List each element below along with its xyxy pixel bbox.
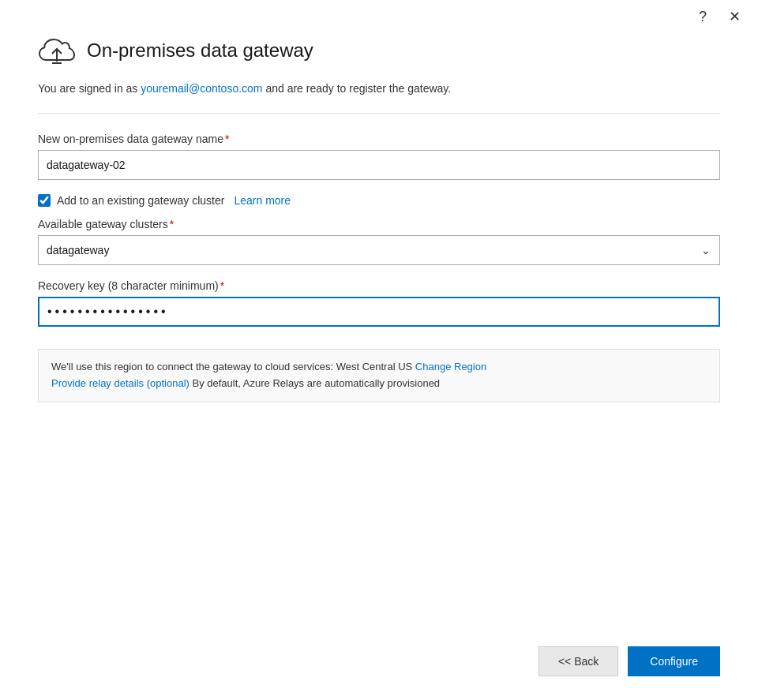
recovery-required-star: * [220,279,224,292]
relay-text: By default, Azure Relays are automatical… [190,377,440,389]
divider [38,113,720,114]
info-text-before: We'll use this region to connect the gat… [51,361,415,372]
checkbox-label: Add to an existing gateway cluster [57,194,224,207]
recovery-key-group: Recovery key (8 character minimum)* [38,279,720,327]
gateway-name-input[interactable] [38,150,720,180]
dialog-header: On-premises data gateway [38,33,720,68]
close-button[interactable]: ✕ [724,8,745,25]
cluster-select[interactable]: datagateway [38,235,720,265]
relay-details-link[interactable]: Provide relay details (optional) [51,377,190,389]
signed-in-text-before: You are signed in as [38,82,141,95]
help-button[interactable]: ? [694,8,711,25]
back-button[interactable]: << Back [538,646,618,676]
gateway-name-group: New on-premises data gateway name* [38,133,720,180]
email-link[interactable]: youremail@contoso.com [141,82,262,95]
cluster-required-star: * [170,218,174,230]
signed-in-description: You are signed in as youremail@contoso.c… [38,80,720,97]
recovery-key-input[interactable] [38,297,720,327]
signed-in-text-after: and are ready to register the gateway. [263,82,452,95]
dialog-top-bar: ? ✕ [0,0,758,25]
cloud-upload-icon [38,33,76,68]
dialog-footer: << Back Configure [0,634,758,700]
configure-button[interactable]: Configure [628,646,720,676]
cluster-label: Available gateway clusters* [38,218,720,230]
recovery-key-label: Recovery key (8 character minimum)* [38,279,720,292]
gateway-name-label: New on-premises data gateway name* [38,133,720,145]
info-box: We'll use this region to connect the gat… [38,349,720,402]
checkbox-row: Add to an existing gateway cluster Learn… [38,194,720,207]
cluster-group: Available gateway clusters* datagateway … [38,218,720,265]
on-premises-gateway-dialog: ? ✕ On-premises data gateway You are sig… [0,0,758,700]
cluster-select-wrapper: datagateway ⌄ [38,235,720,265]
learn-more-link[interactable]: Learn more [234,194,291,207]
dialog-title: On-premises data gateway [87,39,313,62]
required-star: * [225,133,229,145]
add-to-cluster-checkbox[interactable] [38,194,51,207]
change-region-link[interactable]: Change Region [415,361,486,372]
dialog-content: On-premises data gateway You are signed … [0,25,758,634]
